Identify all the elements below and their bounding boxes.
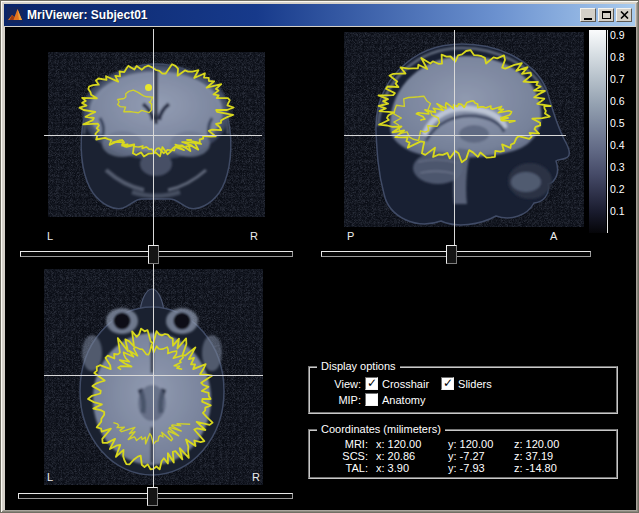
mri-x-value: x: 120.00 bbox=[368, 438, 440, 450]
sagittal-horizontal-crosshair[interactable] bbox=[344, 135, 566, 136]
coronal-left-label: L bbox=[47, 231, 53, 242]
sagittal-anterior-label: A bbox=[550, 231, 557, 242]
tal-y-value: y: -7.93 bbox=[440, 462, 506, 474]
close-icon bbox=[620, 11, 629, 19]
title-bar[interactable]: MriViewer: Subject01 bbox=[4, 4, 635, 26]
mri-y-value: y: 120.00 bbox=[440, 438, 506, 450]
colorbar-tick: 0.1 bbox=[610, 205, 636, 217]
display-options-panel: Display options View: Crosshair Sliders … bbox=[308, 366, 618, 414]
crosshair-checkbox-label: Crosshair bbox=[382, 378, 429, 390]
axial-slider-thumb[interactable] bbox=[147, 487, 158, 506]
sliders-checkbox[interactable] bbox=[441, 377, 454, 390]
sagittal-slice-image[interactable] bbox=[344, 32, 584, 227]
mri-row-label: MRI: bbox=[312, 438, 368, 450]
window-title: MriViewer: Subject01 bbox=[27, 8, 148, 22]
axial-right-label: R bbox=[252, 472, 260, 483]
colorbar-tick: 0.8 bbox=[610, 51, 636, 63]
anatomy-checkbox-label: Anatomy bbox=[382, 394, 425, 406]
coordinates-panel: Coordinates (milimeters) MRI: x: 120.00 … bbox=[308, 429, 618, 479]
coronal-marker-dot bbox=[145, 84, 152, 91]
viewer-canvas: L R bbox=[5, 27, 636, 510]
display-options-title: Display options bbox=[317, 360, 400, 372]
mip-label: MIP: bbox=[310, 394, 361, 406]
minimize-icon bbox=[584, 18, 592, 20]
maximize-icon bbox=[602, 11, 611, 19]
sliders-checkbox-label: Sliders bbox=[458, 378, 492, 390]
coordinates-table: MRI: x: 120.00 y: 120.00 z: 120.00 SCS: … bbox=[312, 438, 578, 474]
sagittal-vertical-crosshair[interactable] bbox=[454, 30, 455, 245]
colorbar-tick: 0.6 bbox=[610, 95, 636, 107]
scs-z-value: z: 37.19 bbox=[506, 450, 578, 462]
colorbar-tick: 0.5 bbox=[610, 117, 636, 129]
colorbar-tick: 0.9 bbox=[610, 29, 636, 41]
coronal-horizontal-crosshair[interactable] bbox=[44, 135, 262, 136]
axial-left-label: L bbox=[47, 472, 53, 483]
crosshair-checkbox[interactable] bbox=[365, 377, 378, 390]
axial-horizontal-crosshair[interactable] bbox=[44, 375, 263, 376]
mri-z-value: z: 120.00 bbox=[506, 438, 578, 450]
coordinates-title: Coordinates (milimeters) bbox=[317, 423, 445, 435]
coronal-slider-thumb[interactable] bbox=[148, 245, 159, 264]
minimize-button[interactable] bbox=[580, 8, 596, 22]
scs-x-value: x: 20.86 bbox=[368, 450, 440, 462]
tal-x-value: x: 3.90 bbox=[368, 462, 440, 474]
close-button[interactable] bbox=[616, 8, 632, 22]
colorbar-gradient bbox=[589, 30, 606, 233]
colorbar-tick: 0.4 bbox=[610, 139, 636, 151]
colorbar-axis-line bbox=[607, 30, 608, 233]
sagittal-slider-thumb[interactable] bbox=[446, 245, 457, 264]
matlab-icon bbox=[7, 7, 23, 23]
coronal-right-label: R bbox=[250, 231, 258, 242]
scs-row-label: SCS: bbox=[312, 450, 368, 462]
app-window: MriViewer: Subject01 bbox=[0, 0, 639, 513]
colorbar-tick: 0.3 bbox=[610, 161, 636, 173]
tal-z-value: z: -14.80 bbox=[506, 462, 578, 474]
scs-y-value: y: -7.27 bbox=[440, 450, 506, 462]
sagittal-posterior-label: P bbox=[347, 231, 354, 242]
maximize-button[interactable] bbox=[598, 8, 614, 22]
view-label: View: bbox=[310, 378, 361, 390]
colorbar-tick: 0.7 bbox=[610, 73, 636, 85]
tal-row-label: TAL: bbox=[312, 462, 368, 474]
colorbar-tick: 0.2 bbox=[610, 183, 636, 195]
anatomy-checkbox[interactable] bbox=[365, 393, 378, 406]
